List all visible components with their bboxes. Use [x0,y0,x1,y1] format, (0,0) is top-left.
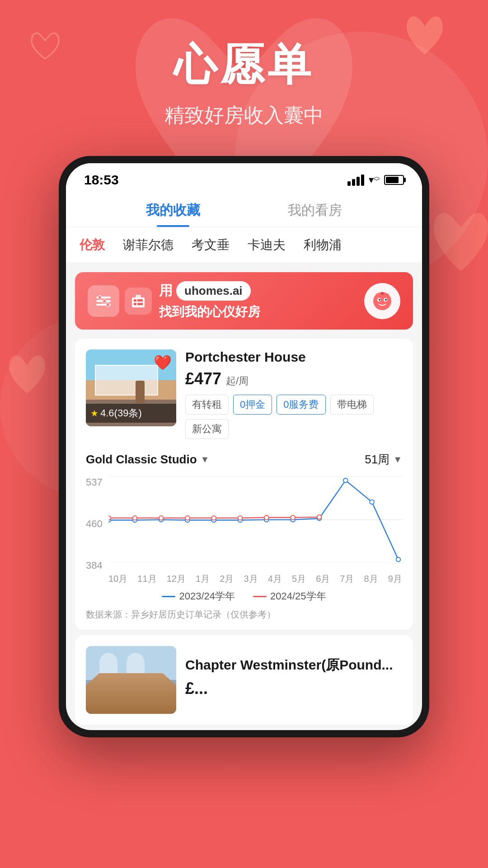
price-chart: 537 460 384 [86,476,402,585]
property-image-2 [86,646,176,714]
tab-my-viewings[interactable]: 我的看房 [288,201,342,227]
tag-new-apt: 新公寓 [185,419,229,439]
week-selector[interactable]: 51周 ▼ [365,452,402,467]
chart-legend: 2023/24学年 2024/25学年 [86,590,402,603]
svg-rect-10 [137,299,140,302]
property-name-2: Chapter Westminster(原Pound... [185,656,393,675]
tag-zero-fee: 0服务费 [277,395,325,415]
phone-mockup: 18:53 ▾⌔ 我的收藏 我的看房 [59,156,429,737]
city-cardiff[interactable]: 卡迪夫 [248,236,286,254]
tag-zero-deposit: 0押金 [233,395,272,415]
property-info-2: Chapter Westminster(原Pound... £... [185,656,393,704]
svg-rect-8 [132,297,145,307]
city-coventry[interactable]: 考文垂 [192,236,230,254]
room-type-selector[interactable]: Gold Classic Studio ▼ [86,453,209,467]
page-title: 心愿单 [0,36,488,95]
ai-banner-left [88,285,152,317]
city-sheffield[interactable]: 谢菲尔德 [123,236,174,254]
property-card-2[interactable]: Chapter Westminster(原Pound... £... [75,635,413,725]
chart-section: Gold Classic Studio ▼ 51周 ▼ 537 460 384 [75,450,413,630]
room-type-label: Gold Classic Studio [86,453,197,467]
svg-point-6 [103,299,106,303]
svg-point-41 [185,516,190,520]
city-london[interactable]: 伦敦 [80,236,105,254]
ai-banner-brand: uhomes.ai [176,281,251,301]
status-time: 18:53 [84,172,119,188]
property-price-2: £... [185,679,393,698]
svg-point-37 [396,557,401,562]
svg-rect-12 [134,303,136,305]
svg-point-35 [343,478,348,483]
star-icon: ★ [90,408,99,419]
svg-point-20 [385,299,387,301]
room-type-dropdown-icon: ▼ [201,454,210,465]
ai-filter-icon [88,285,119,317]
legend-2023: 2023/24学年 [162,590,235,603]
svg-point-44 [264,515,269,520]
svg-point-19 [379,299,380,301]
svg-point-38 [108,516,111,520]
svg-point-43 [238,516,243,520]
week-count-label: 51周 [365,452,389,467]
city-liverpool[interactable]: 利物浦 [304,236,342,254]
svg-point-7 [106,303,110,307]
tabs-container: 我的收藏 我的看房 [66,192,422,227]
property-info-1: Portchester House £477 起/周 有转租 0押金 0服务费 … [185,349,402,439]
legend-label-2024: 2024/25学年 [270,590,326,603]
page-subtitle: 精致好房收入囊中 [0,102,488,129]
tag-sublet: 有转租 [185,395,229,415]
chart-note: 数据来源：异乡好居历史订单记录（仅供参考） [86,609,402,621]
property-image-1: ❤️ ★ 4.6(39条) [86,349,176,426]
svg-point-46 [317,515,322,519]
svg-rect-9 [134,299,136,302]
svg-point-5 [98,296,102,299]
property-name-1: Portchester House [185,349,402,365]
ai-banner-prefix: 用 [159,282,173,300]
chart-x-labels: 10月 11月 12月 1月 2月 3月 4月 5月 6月 7月 8月 9月 [108,573,402,585]
legend-dot-2023 [162,596,175,597]
phone-screen: 18:53 ▾⌔ 我的收藏 我的看房 [66,163,422,730]
rating-badge: ★ 4.6(39条) [86,404,176,423]
rating-value: 4.6(39条) [100,406,142,420]
chart-y-labels: 537 460 384 [86,476,108,571]
battery-icon [384,175,404,185]
tab-my-favorites[interactable]: 我的收藏 [146,201,200,227]
ai-banner[interactable]: 用 uhomes.ai 找到我的心仪好房 [75,272,413,330]
week-dropdown-icon: ▼ [393,454,402,465]
svg-point-42 [211,516,216,520]
property-card-1[interactable]: ❤️ ★ 4.6(39条) Portchester House £477 起/周 [75,339,413,630]
status-bar: 18:53 ▾⌔ [66,163,422,192]
svg-point-45 [291,515,295,520]
status-icons: ▾⌔ [347,174,404,186]
svg-point-22 [381,292,384,295]
svg-rect-11 [140,299,143,302]
ai-banner-suffix: 找到我的心仪好房 [159,303,357,321]
svg-rect-13 [137,303,140,305]
chart-svg [108,476,402,563]
svg-rect-14 [140,303,143,305]
signal-icon [347,175,364,186]
legend-label-2023: 2023/24学年 [179,590,235,603]
tag-elevator: 带电梯 [330,395,374,415]
svg-rect-15 [136,295,141,298]
legend-dot-2024 [253,596,267,597]
property-tags-1: 有转租 0押金 0服务费 带电梯 新公寓 [185,395,402,439]
favorite-heart-icon[interactable]: ❤️ [154,354,172,371]
ai-banner-building-icon [125,288,152,315]
city-filter: 伦敦 谢菲尔德 考文垂 卡迪夫 利物浦 [66,227,422,263]
ai-robot-icon [364,283,400,319]
property-price-1: £477 起/周 [185,369,402,388]
svg-point-36 [370,500,374,505]
legend-2024: 2024/25学年 [253,590,326,603]
ai-banner-text-area: 用 uhomes.ai 找到我的心仪好房 [159,281,357,321]
wifi-icon: ▾⌔ [369,174,380,186]
svg-point-40 [159,516,164,520]
price-unit-1: 起/周 [226,375,249,387]
svg-point-39 [133,516,137,520]
